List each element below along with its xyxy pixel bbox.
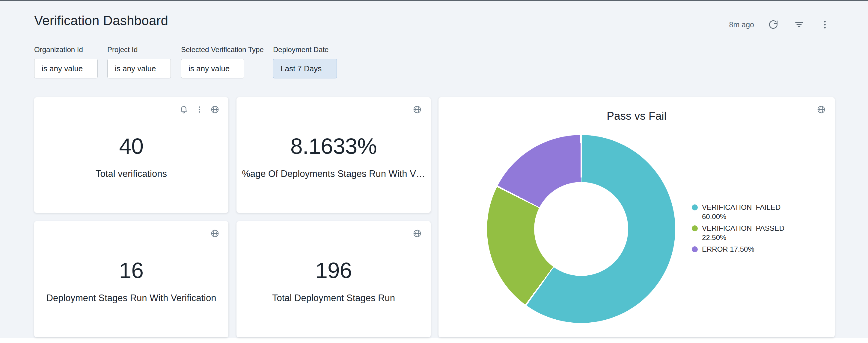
legend-label: VERIFICATION_PASSED 22.50% — [702, 224, 788, 242]
pass-vs-fail-card: Pass vs Fail VERIFICATION_FAILED 60.00% … — [438, 97, 835, 337]
dashboard-page: Verification Dashboard 8m ago Organizati… — [0, 0, 868, 343]
globe-icon — [817, 105, 826, 114]
tile-actions — [178, 104, 221, 115]
explore-link-button[interactable] — [411, 228, 423, 239]
filter-toggle-button[interactable] — [791, 17, 807, 32]
filter-icon — [794, 20, 804, 30]
legend-label: VERIFICATION_FAILED 60.00% — [702, 203, 788, 221]
tile-label: %age Of Deployments Stages Run With V… — [242, 169, 425, 179]
alert-bell-icon — [179, 105, 188, 114]
legend-item-verification-failed[interactable]: VERIFICATION_FAILED 60.00% — [692, 203, 788, 221]
legend-label: ERROR 17.50% — [702, 244, 754, 254]
globe-icon — [210, 229, 219, 238]
refresh-icon — [768, 20, 778, 30]
tile-total-verifications: 40 Total verifications — [34, 97, 228, 213]
tile-label: Total Deployment Stages Run — [272, 293, 395, 304]
explore-link-button[interactable] — [209, 228, 221, 239]
header-actions: 8m ago — [729, 17, 833, 32]
tile-value: 16 — [119, 259, 143, 282]
filter-deployment-date: Deployment Date Last 7 Days — [273, 45, 337, 78]
filter-organization-id: Organization Id is any value — [34, 45, 98, 78]
dashboard-menu-button[interactable] — [817, 17, 833, 32]
legend-dot — [692, 204, 698, 210]
tile-actions — [411, 104, 423, 115]
legend-dot — [692, 226, 698, 231]
explore-link-button[interactable] — [815, 104, 827, 115]
chart-legend: VERIFICATION_FAILED 60.00% VERIFICATION_… — [692, 203, 788, 254]
explore-link-button[interactable] — [411, 104, 423, 115]
alerts-button[interactable] — [178, 104, 189, 115]
filter-value-verification-type[interactable]: is any value — [181, 59, 244, 78]
kebab-menu-icon — [820, 20, 830, 30]
filter-label: Selected Verification Type — [181, 45, 264, 54]
tile-pct-deployments-with-verification: 8.1633% %age Of Deployments Stages Run W… — [237, 97, 431, 213]
tile-stages-run-with-verification: 16 Deployment Stages Run With Verificati… — [34, 221, 228, 337]
tile-actions — [411, 228, 423, 239]
tile-label: Total verifications — [96, 169, 167, 179]
tile-actions — [209, 228, 221, 239]
tile-value: 40 — [119, 134, 143, 158]
filter-value-deployment-date[interactable]: Last 7 Days — [273, 59, 337, 78]
legend-item-error[interactable]: ERROR 17.50% — [692, 244, 788, 254]
page-title: Verification Dashboard — [34, 13, 168, 28]
tile-value: 8.1633% — [290, 134, 377, 158]
filter-project-id: Project Id is any value — [107, 45, 171, 78]
globe-icon — [210, 105, 219, 114]
filter-label: Deployment Date — [273, 45, 337, 54]
tile-actions — [815, 104, 827, 115]
globe-icon — [413, 105, 422, 114]
tile-menu-button[interactable] — [194, 104, 205, 115]
refresh-button[interactable] — [766, 17, 781, 32]
donut-hole — [534, 182, 628, 276]
legend-dot — [692, 246, 698, 252]
filter-verification-type: Selected Verification Type is any value — [181, 45, 264, 78]
filter-label: Organization Id — [34, 45, 98, 54]
globe-icon — [413, 229, 422, 238]
filter-value-project-id[interactable]: is any value — [107, 59, 171, 78]
last-refresh-label: 8m ago — [729, 20, 754, 29]
filter-value-organization-id[interactable]: is any value — [34, 59, 98, 78]
chart-title: Pass vs Fail — [438, 110, 835, 123]
tile-value: 196 — [315, 259, 352, 282]
filter-label: Project Id — [107, 45, 171, 54]
donut-chart[interactable] — [487, 135, 675, 323]
legend-item-verification-passed[interactable]: VERIFICATION_PASSED 22.50% — [692, 224, 788, 242]
explore-link-button[interactable] — [209, 104, 221, 115]
tile-label: Deployment Stages Run With Verification — [46, 293, 216, 304]
tile-total-deployment-stages-run: 196 Total Deployment Stages Run — [237, 221, 431, 337]
kebab-menu-icon — [195, 105, 204, 114]
